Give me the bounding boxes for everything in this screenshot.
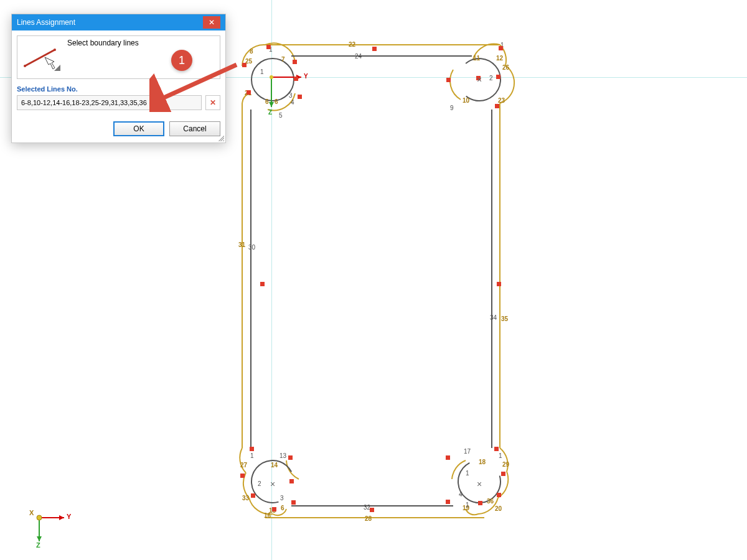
dialog-titlebar[interactable]: Lines Assignment ✕ <box>12 14 225 30</box>
resize-grip[interactable] <box>217 134 224 141</box>
node-label: 2 <box>258 480 261 487</box>
line-label: 36 <box>487 498 494 505</box>
dialog-title: Lines Assignment <box>17 18 75 27</box>
select-line-icon <box>20 39 62 75</box>
cancel-button[interactable]: Cancel <box>169 121 220 136</box>
node-marker[interactable] <box>499 46 503 50</box>
node-label: 1 <box>250 452 254 459</box>
node-label: 17 <box>464 448 471 455</box>
line-label: 23 <box>498 97 505 104</box>
node-label: 34 <box>490 314 497 321</box>
line-label: 11 <box>473 55 480 62</box>
node-marker[interactable] <box>496 75 500 79</box>
lbl-6a: 6 <box>265 98 269 105</box>
node-marker[interactable] <box>251 493 255 498</box>
node-marker[interactable] <box>501 472 505 476</box>
center-mark: × <box>477 75 482 85</box>
triad-x: X <box>29 509 34 516</box>
node-marker[interactable] <box>370 508 374 512</box>
line-label: 7 <box>281 56 285 63</box>
ok-button[interactable]: OK <box>113 121 164 136</box>
callout-number: 1 <box>179 54 185 67</box>
node-label: 30 <box>248 244 255 251</box>
node-label: 3 <box>280 495 284 502</box>
svg-line-9 <box>157 65 237 101</box>
node-label: 3 <box>289 92 293 99</box>
svg-point-6 <box>24 65 26 67</box>
node-marker[interactable] <box>446 455 450 460</box>
node-marker[interactable] <box>260 282 265 286</box>
line-label: 28 <box>365 515 372 522</box>
node-marker[interactable] <box>291 500 296 505</box>
svg-marker-11 <box>59 515 64 520</box>
svg-point-7 <box>54 49 56 51</box>
line-label: 20 <box>495 505 502 512</box>
node-marker[interactable] <box>372 47 377 51</box>
circle-tl[interactable] <box>251 58 294 101</box>
line-label: 18 <box>479 459 486 465</box>
line-label: 10 <box>463 97 469 104</box>
node-marker[interactable] <box>293 60 297 64</box>
node-label: 4 <box>291 99 294 106</box>
node-marker[interactable] <box>298 95 302 99</box>
node-marker[interactable] <box>478 501 482 505</box>
arc-27[interactable] <box>240 448 246 473</box>
node-label: 24 <box>355 53 362 60</box>
callout-arrow <box>149 56 249 112</box>
svg-marker-3 <box>269 102 274 107</box>
line-label: 26 <box>502 64 509 71</box>
line-label: 16 <box>264 512 271 519</box>
callout-marker: 1 <box>171 50 192 71</box>
line-label: 12 <box>496 55 503 62</box>
axis-triad: Y Z X <box>28 499 78 549</box>
line-label: 8 <box>250 48 253 55</box>
line-label: 14 <box>271 462 278 469</box>
node-marker[interactable] <box>288 455 293 460</box>
line-label: 35 <box>501 315 508 322</box>
arc-14[interactable] <box>286 460 299 479</box>
center-mark: × <box>270 479 275 489</box>
node-label: 2 <box>489 75 493 82</box>
line-label: 6 <box>281 505 284 511</box>
line-label: 33 <box>242 495 249 502</box>
node-label: 1 <box>499 452 502 459</box>
node-marker[interactable] <box>289 479 294 483</box>
line-label: 27 <box>240 462 247 469</box>
dialog-close-button[interactable]: ✕ <box>203 16 220 29</box>
node-label: 9 <box>450 105 454 111</box>
node-label: 1 <box>466 502 469 508</box>
node-label: 13 <box>280 452 286 459</box>
line-label: 22 <box>349 41 355 48</box>
local-axis-y: Y <box>304 73 308 80</box>
triad-z: Z <box>36 541 40 549</box>
node-marker[interactable] <box>250 447 254 451</box>
node-marker[interactable] <box>294 77 298 81</box>
close-icon: ✕ <box>209 18 215 27</box>
node-label: 1 <box>260 68 264 75</box>
node-marker[interactable] <box>494 447 499 451</box>
svg-point-4 <box>270 75 273 79</box>
node-marker[interactable] <box>446 500 450 504</box>
arc-29[interactable] <box>500 448 508 472</box>
node-marker[interactable] <box>266 45 271 49</box>
node-label: 1 <box>466 470 469 477</box>
node-label: 4 <box>459 491 463 498</box>
node-marker[interactable] <box>446 78 451 82</box>
instruction-text: Select boundary lines <box>67 39 139 76</box>
triad-y: Y <box>67 513 71 520</box>
center-mark: × <box>477 479 482 489</box>
local-axis-z: Z <box>268 109 272 116</box>
arc-10[interactable] <box>450 70 461 100</box>
node-marker[interactable] <box>495 104 499 108</box>
node-label: 5 <box>279 112 283 119</box>
svg-marker-13 <box>37 536 42 541</box>
line-label: 29 <box>502 461 509 468</box>
node-marker[interactable] <box>497 493 501 497</box>
node-marker[interactable] <box>497 282 501 286</box>
node-marker[interactable] <box>272 507 276 511</box>
line-label: 31 <box>238 241 245 248</box>
svg-point-14 <box>37 515 42 520</box>
node-marker[interactable] <box>240 474 245 478</box>
lbl-6b: 6 <box>275 98 278 105</box>
